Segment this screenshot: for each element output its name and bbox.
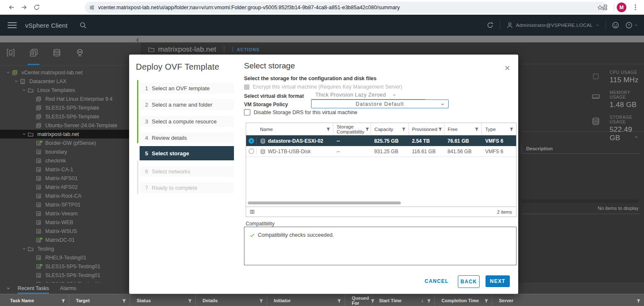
tree-item[interactable]: boundary bbox=[0, 147, 141, 156]
site-settings-icon[interactable] bbox=[89, 5, 95, 10]
tree-item[interactable]: RHEL9-Testing01 bbox=[0, 253, 141, 262]
filter-icon[interactable] bbox=[427, 298, 431, 303]
column-header[interactable]: Name bbox=[257, 123, 333, 135]
filter-icon[interactable] bbox=[484, 298, 488, 303]
filter-icon[interactable] bbox=[122, 298, 126, 303]
filter-icon[interactable] bbox=[259, 298, 263, 303]
column-header[interactable]: Storage Compatibility bbox=[333, 123, 371, 135]
tree-item[interactable]: Linux Templates bbox=[0, 86, 141, 94]
filter-icon[interactable] bbox=[365, 127, 369, 132]
filter-icon[interactable] bbox=[475, 127, 479, 132]
tree-item[interactable]: SLES15-SP5-Template bbox=[0, 103, 141, 112]
task-column-status[interactable]: Status bbox=[130, 294, 196, 306]
task-column-server[interactable]: Server bbox=[492, 294, 644, 306]
tasks-pane-toggle-icon[interactable] bbox=[6, 285, 11, 292]
datastore-radio[interactable] bbox=[249, 149, 254, 154]
sidebar-tab-vms-and-templates[interactable] bbox=[27, 48, 40, 65]
datastore-row[interactable]: datastore-DAS-ESXi-02--825.75 GB2.54 TB7… bbox=[246, 136, 516, 146]
wizard-step-3[interactable]: 3Select a compute resource bbox=[140, 116, 234, 127]
table-horizontal-scrollbar[interactable] bbox=[247, 201, 515, 205]
tree-item[interactable]: Matrix-SFTP01 bbox=[0, 200, 141, 209]
extensions-icon[interactable] bbox=[599, 1, 611, 14]
tree-item[interactable]: Ubuntu-Server-24.04-Template bbox=[0, 121, 141, 130]
wizard-step-6[interactable]: 6Select networks bbox=[140, 166, 234, 177]
filter-icon[interactable] bbox=[61, 298, 65, 303]
tree-item[interactable]: Datacenter LAX bbox=[0, 77, 141, 86]
next-button[interactable]: NEXT bbox=[486, 275, 510, 287]
datastore-radio[interactable] bbox=[249, 138, 254, 144]
task-column-task-name[interactable]: Task Name bbox=[0, 294, 69, 306]
column-header[interactable]: Capacity bbox=[371, 123, 409, 135]
browser-forward-button[interactable] bbox=[18, 1, 30, 14]
vm-storage-policy-select[interactable]: Datastore Default bbox=[311, 99, 449, 108]
sidebar-tab-storage[interactable] bbox=[50, 48, 63, 65]
tab-recent-tasks[interactable]: Recent Tasks bbox=[18, 282, 49, 294]
task-column-details[interactable]: Details bbox=[196, 294, 267, 306]
tree-item[interactable]: Testing bbox=[0, 244, 141, 253]
tree-item[interactable]: SLES15-SP5-Testing01 bbox=[0, 262, 141, 271]
collapse-panel-icon[interactable] bbox=[634, 133, 639, 141]
close-icon[interactable] bbox=[504, 64, 511, 71]
user-menu[interactable]: Administrator@VSPHERE.LOCAL bbox=[506, 21, 600, 29]
tree-item[interactable]: Matrix-Root-CA bbox=[0, 191, 141, 200]
back-button[interactable]: BACK bbox=[458, 275, 480, 288]
browser-reload-button[interactable] bbox=[30, 1, 43, 14]
actions-button[interactable]: ACTIONS bbox=[230, 47, 260, 52]
chevron-down-icon[interactable] bbox=[20, 88, 28, 92]
feedback-icon[interactable] bbox=[612, 21, 619, 29]
refresh-icon[interactable] bbox=[486, 21, 494, 29]
address-bar[interactable]: vcenter.matrixpost-lab.net/ui/app/folder… bbox=[85, 2, 607, 13]
column-header[interactable]: Type bbox=[482, 123, 516, 135]
tree-item[interactable]: SLES15-SP6-Testing01 bbox=[0, 271, 141, 280]
wizard-step-7[interactable]: 7Ready to complete bbox=[140, 182, 234, 193]
wizard-step-4[interactable]: 4Review details bbox=[140, 132, 234, 143]
wizard-step-5[interactable]: 5Select storage bbox=[140, 146, 234, 160]
filter-icon[interactable] bbox=[402, 127, 406, 132]
help-menu[interactable] bbox=[625, 21, 638, 29]
chevron-down-icon[interactable] bbox=[12, 79, 20, 84]
task-column-completion-time[interactable]: Completion Time bbox=[435, 294, 492, 306]
tree-item[interactable]: SLES15-SP6-Template bbox=[0, 112, 141, 121]
chevron-down-icon[interactable] bbox=[20, 246, 28, 251]
column-header[interactable]: Free bbox=[444, 123, 482, 135]
disable-storage-drs-checkbox[interactable] bbox=[244, 109, 250, 115]
browser-menu-icon[interactable] bbox=[629, 1, 641, 14]
sidebar-tab-hosts-and-clusters[interactable] bbox=[4, 48, 17, 65]
tree-item[interactable]: Matrix-Veeam bbox=[0, 209, 141, 218]
browser-back-button[interactable] bbox=[5, 1, 18, 14]
task-column-initiator[interactable]: Initiator bbox=[267, 294, 345, 306]
tree-item[interactable]: Border-GW (pfSense) bbox=[0, 139, 141, 147]
tree-item[interactable]: Matrix-CA-1 bbox=[0, 165, 141, 174]
manage-columns-icon[interactable] bbox=[249, 209, 255, 215]
search-icon[interactable] bbox=[79, 21, 87, 29]
filter-icon[interactable] bbox=[636, 298, 641, 303]
hamburger-menu-icon[interactable] bbox=[8, 21, 17, 30]
task-column-start-time[interactable]: Start Time↓ bbox=[372, 294, 435, 306]
disk-format-select[interactable]: Thick Provision Lazy Zeroed bbox=[311, 91, 425, 99]
panel-scrollbar[interactable] bbox=[522, 199, 638, 203]
tree-item[interactable]: Matrix-WSUS bbox=[0, 227, 141, 235]
tree-item[interactable]: Red Hat Linux Enterprise 9.4 bbox=[0, 94, 141, 103]
chevron-down-icon[interactable] bbox=[4, 70, 12, 75]
tree-item[interactable]: Matrix-WEB bbox=[0, 218, 141, 227]
tree-item[interactable]: SLES15-SP6-Testing02 bbox=[0, 280, 141, 282]
task-column-queued-for[interactable]: Queued For bbox=[345, 294, 372, 306]
filter-icon[interactable] bbox=[326, 127, 330, 132]
wizard-step-2[interactable]: 2Select a name and folder bbox=[140, 99, 234, 110]
chevron-down-icon[interactable] bbox=[20, 132, 28, 136]
filter-icon[interactable] bbox=[438, 127, 442, 132]
filter-icon[interactable] bbox=[188, 298, 192, 303]
browser-profile-avatar[interactable]: M bbox=[617, 3, 626, 12]
filter-icon[interactable] bbox=[337, 298, 341, 303]
task-column-target[interactable]: Target bbox=[69, 294, 130, 306]
filter-icon[interactable] bbox=[509, 127, 514, 132]
tree-item[interactable]: Matrix-NFS01 bbox=[0, 174, 141, 183]
tree-item[interactable]: checkmk bbox=[0, 156, 141, 165]
column-header[interactable]: Provisioned bbox=[409, 123, 444, 135]
tree-item[interactable]: vCenter.matrixpost-lab.net bbox=[0, 68, 141, 77]
tab-alarms[interactable]: Alarms bbox=[60, 282, 76, 294]
sidebar-tab-networking[interactable] bbox=[73, 48, 86, 65]
tree-item[interactable]: matrixpost-lab.net bbox=[0, 130, 141, 139]
datastore-row[interactable]: WD-1TB-USB-Disk--931.25 GB116.61 GB841.5… bbox=[246, 146, 516, 157]
wizard-step-1[interactable]: 1Select an OVF template bbox=[140, 83, 234, 94]
